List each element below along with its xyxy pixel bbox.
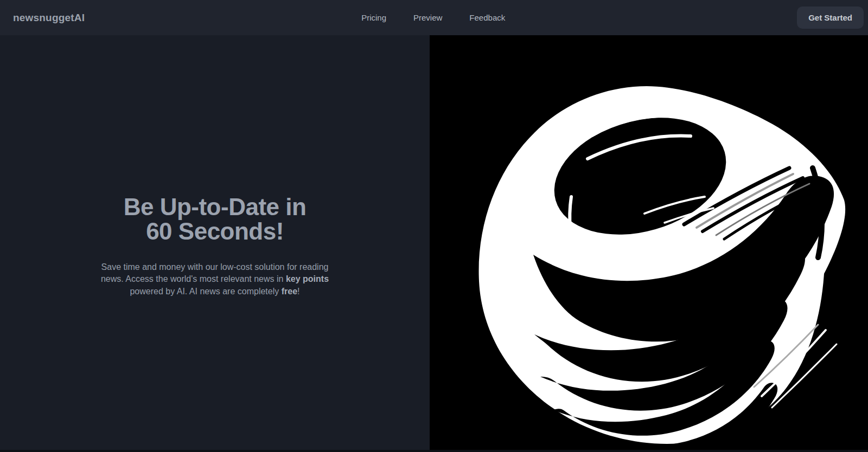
hero-text-panel: Be Up-to-Date in 60 Seconds! Save time a… xyxy=(0,35,430,450)
hero-title-line2: 60 Seconds! xyxy=(146,218,284,244)
paragraph-line2: news. Access the world's most relevant n… xyxy=(101,274,286,283)
swirl-sphere-illustration xyxy=(430,35,868,450)
get-started-button[interactable]: Get Started xyxy=(797,7,864,29)
paragraph-keypoints-bold: key points xyxy=(286,274,329,283)
hero-section: Be Up-to-Date in 60 Seconds! Save time a… xyxy=(0,35,868,450)
hero-paragraph: Save time and money with our low-cost so… xyxy=(101,261,329,298)
paragraph-line3-end: ! xyxy=(297,287,299,296)
hero-title: Be Up-to-Date in 60 Seconds! xyxy=(124,195,307,244)
navbar: newsnuggetAI Pricing Preview Feedback Ge… xyxy=(0,0,868,35)
nav-links: Pricing Preview Feedback xyxy=(361,0,505,35)
nav-item-preview[interactable]: Preview xyxy=(413,13,442,22)
paragraph-line1: Save time and money with our low-cost so… xyxy=(101,262,329,272)
nav-item-feedback[interactable]: Feedback xyxy=(469,13,505,22)
paragraph-line3: powered by AI. AI news are completely xyxy=(130,287,281,296)
bottom-section-edge xyxy=(0,450,868,452)
hero-title-line1: Be Up-to-Date in xyxy=(124,193,307,220)
hero-image-panel xyxy=(430,35,868,450)
paragraph-free-bold: free xyxy=(282,287,297,296)
nav-item-pricing[interactable]: Pricing xyxy=(361,13,386,22)
brand-logo[interactable]: newsnuggetAI xyxy=(13,12,85,24)
